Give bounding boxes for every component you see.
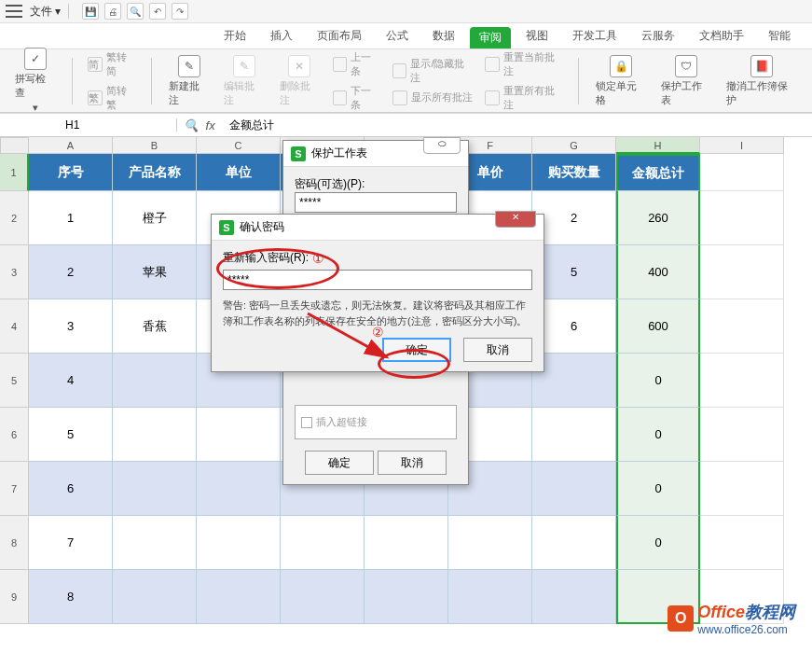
- new-comment-button[interactable]: ✎新建批注: [163, 51, 214, 111]
- showhide-comment-button[interactable]: 显示/隐藏批注: [389, 55, 477, 87]
- cell-G7[interactable]: [532, 462, 616, 516]
- cell-G2[interactable]: 2: [532, 191, 616, 245]
- col-header-G[interactable]: G: [532, 137, 616, 154]
- cell-I5[interactable]: [700, 354, 784, 408]
- row-header-5[interactable]: 5: [0, 354, 29, 408]
- protect-cancel-button[interactable]: 取消: [378, 451, 447, 475]
- cell-C9[interactable]: [197, 570, 281, 624]
- cell-A9[interactable]: 8: [29, 570, 113, 624]
- cell-I1[interactable]: [700, 154, 784, 191]
- qat-undo-icon[interactable]: ↶: [149, 3, 166, 20]
- password-input[interactable]: [295, 192, 457, 213]
- reenter-password-input[interactable]: [223, 270, 532, 290]
- cell-I2[interactable]: [700, 191, 784, 245]
- confirm-ok-button[interactable]: 确定: [382, 338, 451, 362]
- main-menu-icon[interactable]: [6, 5, 22, 18]
- prev-comment-button[interactable]: 上一条: [329, 49, 385, 80]
- row-header-8[interactable]: 8: [0, 516, 29, 570]
- cell-G5[interactable]: [532, 354, 616, 408]
- unprotect-book-button[interactable]: 📕撤消工作簿保护: [721, 51, 803, 111]
- select-all-corner[interactable]: [0, 137, 29, 154]
- namebox[interactable]: H1: [0, 118, 177, 132]
- cell-I7[interactable]: [700, 462, 784, 516]
- cell-H3[interactable]: 400: [616, 245, 700, 299]
- cell-H6[interactable]: 0: [616, 408, 700, 462]
- cell-H2[interactable]: 260: [616, 191, 700, 245]
- cell-E9[interactable]: [365, 570, 448, 624]
- cell-C7[interactable]: [197, 462, 281, 516]
- col-header-H[interactable]: H: [616, 137, 700, 154]
- cell-H8[interactable]: 0: [616, 516, 700, 570]
- cell-B2[interactable]: 橙子: [113, 191, 197, 245]
- next-comment-button[interactable]: 下一条: [329, 82, 385, 114]
- qat-redo-icon[interactable]: ↷: [172, 3, 188, 20]
- col-header-B[interactable]: B: [113, 137, 197, 154]
- cell-G4[interactable]: 6: [532, 299, 616, 354]
- cell-A3[interactable]: 2: [29, 245, 113, 299]
- cell-B1[interactable]: 产品名称: [113, 154, 197, 191]
- row-header-9[interactable]: 9: [0, 570, 29, 624]
- cell-E8[interactable]: [365, 516, 448, 570]
- tab-smart[interactable]: 智能: [759, 23, 800, 49]
- tab-insert[interactable]: 插入: [261, 23, 302, 49]
- cell-F9[interactable]: [448, 570, 532, 624]
- cell-B9[interactable]: [113, 570, 197, 624]
- cell-H7[interactable]: 0: [616, 462, 700, 516]
- hyperlink-checkbox[interactable]: 插入超链接: [301, 415, 450, 429]
- cell-A6[interactable]: 5: [29, 408, 113, 462]
- col-header-C[interactable]: C: [197, 137, 281, 154]
- tab-data[interactable]: 数据: [423, 23, 464, 49]
- confirm-cancel-button[interactable]: 取消: [463, 338, 532, 362]
- cell-I3[interactable]: [700, 245, 784, 299]
- tab-view[interactable]: 视图: [516, 23, 557, 49]
- row-header-4[interactable]: 4: [0, 299, 29, 354]
- close-icon[interactable]: ✕: [495, 211, 536, 228]
- cell-G8[interactable]: [532, 516, 616, 570]
- cell-A2[interactable]: 1: [29, 191, 113, 245]
- cell-A1[interactable]: 序号: [29, 154, 113, 191]
- cell-H4[interactable]: 600: [616, 299, 700, 354]
- row-header-6[interactable]: 6: [0, 408, 29, 462]
- delete-comment-button[interactable]: ✕删除批注: [274, 51, 325, 111]
- reset-comment-button[interactable]: 重置当前批注: [481, 49, 567, 80]
- cell-B5[interactable]: [113, 354, 197, 408]
- formula-input[interactable]: 金额总计: [222, 118, 812, 133]
- close-icon[interactable]: ⬭: [423, 137, 461, 154]
- cell-G9[interactable]: [532, 570, 616, 624]
- qat-save-icon[interactable]: 💾: [82, 3, 99, 20]
- lock-cell-button[interactable]: 🔒锁定单元格: [590, 51, 652, 111]
- tab-dev[interactable]: 开发工具: [563, 23, 626, 49]
- tab-dochelper[interactable]: 文档助手: [690, 23, 753, 49]
- showall-comment-button[interactable]: 显示所有批注: [389, 89, 477, 107]
- cell-A7[interactable]: 6: [29, 462, 113, 516]
- row-header-7[interactable]: 7: [0, 462, 29, 516]
- cell-B4[interactable]: 香蕉: [113, 299, 197, 354]
- protect-sheet-button[interactable]: 🛡保护工作表: [655, 51, 717, 111]
- cell-A5[interactable]: 4: [29, 354, 113, 408]
- cell-G3[interactable]: 5: [532, 245, 616, 299]
- cell-B8[interactable]: [113, 516, 197, 570]
- row-header-1[interactable]: 1: [0, 154, 29, 191]
- cell-F8[interactable]: [448, 516, 532, 570]
- row-header-3[interactable]: 3: [0, 245, 29, 299]
- cell-A8[interactable]: 7: [29, 516, 113, 570]
- col-header-I[interactable]: I: [700, 137, 784, 154]
- tab-start[interactable]: 开始: [214, 23, 255, 49]
- cell-B7[interactable]: [113, 462, 197, 516]
- cell-D9[interactable]: [281, 570, 365, 624]
- cell-B6[interactable]: [113, 408, 197, 462]
- col-header-A[interactable]: A: [29, 137, 113, 154]
- cell-A4[interactable]: 3: [29, 299, 113, 354]
- cell-H1[interactable]: 金额总计: [616, 154, 700, 191]
- file-menu[interactable]: 文件 ▾: [30, 4, 61, 20]
- trad-to-simp-button[interactable]: 简繁转简: [84, 49, 140, 80]
- tab-cloud[interactable]: 云服务: [632, 23, 684, 49]
- cell-G6[interactable]: [532, 408, 616, 462]
- simp-to-trad-button[interactable]: 繁简转繁: [84, 82, 140, 114]
- cell-C6[interactable]: [197, 408, 281, 462]
- cell-I4[interactable]: [700, 299, 784, 354]
- tab-formula[interactable]: 公式: [377, 23, 418, 49]
- cell-C1[interactable]: 单位: [197, 154, 281, 191]
- cell-C8[interactable]: [197, 516, 281, 570]
- cell-G1[interactable]: 购买数量: [532, 154, 616, 191]
